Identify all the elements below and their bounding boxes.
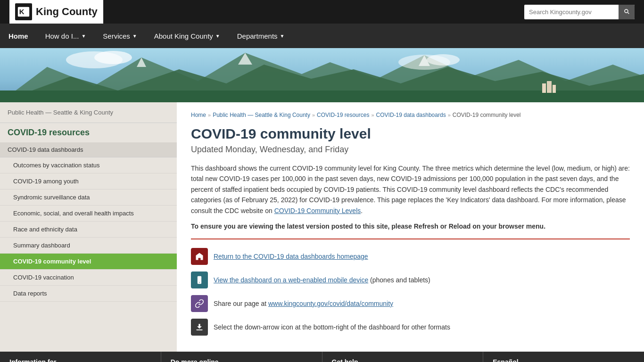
nav-departments[interactable]: Departments ▼ xyxy=(229,24,293,48)
footer-col-espanol[interactable]: Español xyxy=(483,352,644,362)
mobile-extra-text: (phones and tablets) xyxy=(370,276,430,284)
footer-help-label: Get help xyxy=(332,358,358,362)
nav-services-arrow: ▼ xyxy=(132,33,137,39)
action-link-return: Return to the COVID-19 data dashboards h… xyxy=(191,248,630,265)
sidebar-item-community[interactable]: COVID-19 community level xyxy=(0,254,177,270)
svg-point-12 xyxy=(427,54,460,66)
download-icon xyxy=(195,322,204,332)
page-title: COVID-19 community level xyxy=(191,126,630,142)
breadcrumb-data-dashboards[interactable]: COVID-19 data dashboards xyxy=(376,112,446,118)
home-icon-container xyxy=(191,248,208,265)
page-subtitle: Updated Monday, Wednesday, and Friday xyxy=(191,145,630,155)
logo-area: K King County xyxy=(9,0,103,24)
svg-rect-15 xyxy=(553,85,556,93)
sidebar: Public Health — Seattle & King County CO… xyxy=(0,102,177,352)
share-text: Share our page at www.kingcounty.gov/cov… xyxy=(214,300,393,307)
svg-rect-18 xyxy=(196,329,202,330)
nav-how-do-i-arrow: ▼ xyxy=(81,33,86,39)
breadcrumb-home[interactable]: Home xyxy=(191,112,206,118)
breadcrumb-covid-resources[interactable]: COVID-19 resources xyxy=(317,112,369,118)
svg-text:K: K xyxy=(19,8,25,16)
breadcrumb-public-health[interactable]: Public Health — Seattle & King County xyxy=(213,112,310,118)
nav-how-do-i[interactable]: How do I... ▼ xyxy=(37,24,95,48)
sidebar-main-title: COVID-19 resources xyxy=(0,123,177,142)
footer: Information for... Do more online Get he… xyxy=(0,352,644,362)
share-url-link[interactable]: www.kingcounty.gov/covid/data/community xyxy=(268,300,393,307)
nav-about-arrow: ▼ xyxy=(215,33,220,39)
link-icon-container xyxy=(191,295,208,312)
breadcrumb: Home » Public Health — Seattle & King Co… xyxy=(191,112,630,118)
breadcrumb-sep-4: » xyxy=(448,112,451,118)
footer-information-label: Information for... xyxy=(9,358,61,362)
sidebar-item-summary[interactable]: Summary dashboard xyxy=(0,238,177,254)
return-dashboards-link[interactable]: Return to the COVID-19 data dashboards h… xyxy=(214,253,368,260)
mobile-dashboard-link[interactable]: View the dashboard on a web-enabled mobi… xyxy=(214,276,368,284)
nav-services[interactable]: Services ▼ xyxy=(94,24,145,48)
svg-point-17 xyxy=(199,282,200,283)
breadcrumb-sep-3: » xyxy=(371,112,374,118)
footer-online-label: Do more online xyxy=(171,358,219,362)
home-icon xyxy=(195,252,204,261)
main-layout: Public Health — Seattle & King County CO… xyxy=(0,102,644,352)
nav-about[interactable]: About King County ▼ xyxy=(146,24,229,48)
nav-home[interactable]: Home xyxy=(0,24,37,48)
search-button[interactable] xyxy=(619,5,635,19)
logo-text: King County xyxy=(36,6,98,18)
download-text: Select the down-arrow icon at the bottom… xyxy=(214,323,450,331)
sidebar-item-youth[interactable]: COVID-19 among youth xyxy=(0,173,177,189)
sidebar-item-economic[interactable]: Economic, social, and overall health imp… xyxy=(0,206,177,222)
action-link-mobile: View the dashboard on a web-enabled mobi… xyxy=(191,272,630,288)
top-bar: K King County xyxy=(0,0,644,24)
search-bar[interactable] xyxy=(524,5,635,19)
sidebar-item-race[interactable]: Race and ethnicity data xyxy=(0,222,177,238)
action-link-download: Select the down-arrow icon at the bottom… xyxy=(191,319,630,336)
king-county-logo-icon: K xyxy=(15,3,32,20)
sidebar-item-outcomes[interactable]: Outcomes by vaccination status xyxy=(0,157,177,173)
mobile-link-text: View the dashboard on a web-enabled mobi… xyxy=(214,276,430,284)
cdc-community-levels-link[interactable]: COVID-19 Community Levels xyxy=(274,207,361,214)
download-icon-container xyxy=(191,319,208,336)
svg-point-10 xyxy=(94,51,132,64)
nav-bar: Home How do I... ▼ Services ▼ About King… xyxy=(0,24,644,48)
footer-col-help[interactable]: Get help xyxy=(322,352,484,362)
nav-departments-arrow: ▼ xyxy=(280,33,285,39)
content-divider xyxy=(191,239,630,239)
sidebar-section-title[interactable]: COVID-19 data dashboards xyxy=(0,142,177,157)
content-area: Home » Public Health — Seattle & King Co… xyxy=(177,102,644,352)
svg-rect-13 xyxy=(542,83,546,93)
hero-image xyxy=(0,48,644,102)
sidebar-parent-link[interactable]: Public Health — Seattle & King County xyxy=(8,109,169,116)
sidebar-item-vaccination[interactable]: COVID-19 vaccination xyxy=(0,270,177,286)
footer-col-information[interactable]: Information for... xyxy=(0,352,161,362)
action-link-share: Share our page at www.kingcounty.gov/cov… xyxy=(191,295,630,312)
link-icon xyxy=(195,299,204,308)
page-description: This dashboard shows the current COVID-1… xyxy=(191,163,630,216)
mobile-icon xyxy=(195,275,204,285)
description-text: This dashboard shows the current COVID-1… xyxy=(191,165,630,214)
notice-text: To ensure you are viewing the latest ver… xyxy=(191,222,630,230)
sidebar-header: Public Health — Seattle & King County xyxy=(0,102,177,123)
footer-col-online[interactable]: Do more online xyxy=(161,352,322,362)
mobile-icon-container xyxy=(191,272,208,288)
breadcrumb-sep-2: » xyxy=(312,112,315,118)
search-input[interactable] xyxy=(524,6,619,18)
breadcrumb-current: COVID-19 community level xyxy=(453,112,521,118)
svg-rect-14 xyxy=(547,81,552,93)
sidebar-item-reports[interactable]: Data reports xyxy=(0,286,177,302)
sidebar-item-syndromic[interactable]: Syndromic surveillance data xyxy=(0,189,177,206)
breadcrumb-sep-1: » xyxy=(208,112,211,118)
footer-espanol-label: Español xyxy=(493,358,518,362)
